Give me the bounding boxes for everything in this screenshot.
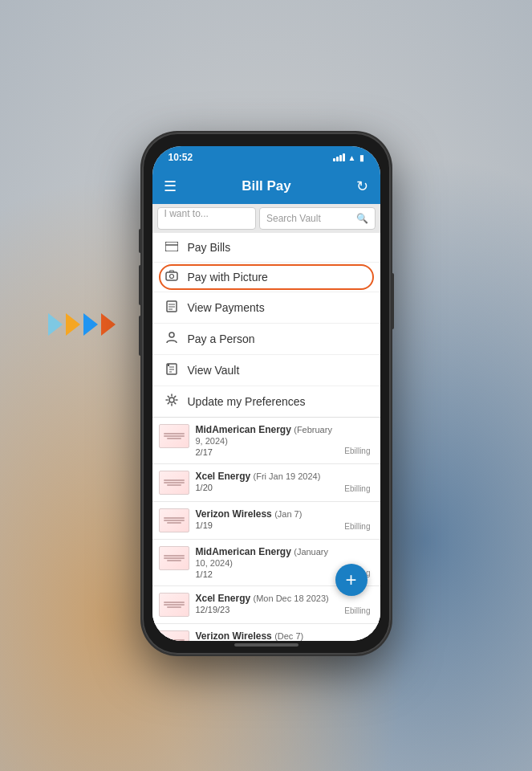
bill-name: Xcel Energy (Fri Jan 19 2024) — [196, 471, 339, 482]
phone-screen: 10:52 ▲ ▮ ☰ Bill Pay ↻ I want to... — [152, 146, 380, 641]
home-indicator — [234, 643, 298, 647]
bill-thumbnail — [159, 630, 189, 641]
wifi-icon: ▲ — [348, 153, 356, 162]
table-row[interactable]: Verizon Wireless (Jan 7) 1/19 Ebilling — [152, 502, 380, 540]
signal-bar-4 — [343, 153, 345, 161]
menu-item-pay-bills[interactable]: Pay Bills — [152, 233, 380, 263]
menu-item-view-vault[interactable]: View Vault — [152, 355, 380, 386]
bills-list: MidAmerican Energy (February 9, 2024) 2/… — [152, 418, 380, 641]
svg-rect-0 — [165, 242, 178, 251]
pay-bills-icon — [164, 240, 180, 255]
bill-ebilling-badge: Ebilling — [344, 447, 370, 455]
signal-bar-1 — [333, 158, 335, 161]
menu-label-pay-bills: Pay Bills — [188, 241, 231, 254]
bill-name: MidAmerican Energy (January 10, 2024) — [196, 546, 339, 569]
signal-bar-3 — [339, 155, 342, 161]
menu-item-update-preferences[interactable]: Update my Preferences — [152, 386, 380, 417]
refresh-button[interactable]: ↻ — [356, 177, 368, 195]
search-row: I want to... Search Vault 🔍 — [152, 204, 380, 233]
search-icon: 🔍 — [356, 213, 368, 224]
arrow-decorations — [48, 313, 116, 336]
arrow-2 — [66, 313, 80, 336]
bill-thumbnail — [159, 593, 189, 617]
bill-ebilling-badge: Ebilling — [344, 606, 370, 615]
menu-item-pay-with-picture[interactable]: Pay with Picture — [152, 263, 380, 292]
bill-ebilling-badge: Ebilling — [344, 484, 370, 493]
bill-thumbnail — [159, 471, 189, 495]
bill-info: Xcel Energy (Fri Jan 19 2024) 1/20 — [196, 471, 339, 492]
bill-info: Verizon Wireless (Jan 7) 1/19 — [196, 508, 339, 530]
table-row[interactable]: Xcel Energy (Fri Jan 19 2024) 1/20 Ebill… — [152, 464, 380, 502]
menu-label-pay-a-person: Pay a Person — [188, 332, 255, 345]
bill-info: Verizon Wireless (Dec 7) 12/17/23 — [196, 630, 339, 641]
svg-rect-2 — [166, 272, 177, 280]
volume-down-button — [139, 265, 142, 305]
arrow-4 — [101, 313, 116, 336]
menu-label-update-preferences: Update my Preferences — [188, 395, 306, 408]
bills-list-area: MidAmerican Energy (February 9, 2024) 2/… — [152, 418, 380, 641]
update-preferences-icon — [164, 394, 180, 410]
menu-item-view-payments[interactable]: View Payments — [152, 292, 380, 324]
bill-date: 1/12 — [196, 569, 339, 579]
dropdown-menu: Pay Bills Pay with Picture View Payments — [152, 233, 380, 418]
bill-date: 1/20 — [196, 483, 339, 492]
app-bar: ☰ Bill Pay ↻ — [152, 169, 380, 204]
phone-shell: 10:52 ▲ ▮ ☰ Bill Pay ↻ I want to... — [142, 133, 391, 655]
i-want-to-input[interactable]: I want to... — [157, 207, 256, 230]
menu-label-pay-with-picture: Pay with Picture — [188, 271, 268, 284]
i-want-to-label: I want to... — [164, 208, 209, 219]
arrow-1 — [48, 313, 63, 336]
volume-up-button — [139, 229, 142, 253]
menu-button[interactable]: ☰ — [164, 177, 177, 195]
battery-icon: ▮ — [359, 153, 364, 162]
bill-name: MidAmerican Energy (February 9, 2024) — [196, 424, 339, 447]
table-row[interactable]: MidAmerican Energy (February 9, 2024) 2/… — [152, 418, 380, 464]
bill-name: Verizon Wireless (Jan 7) — [196, 508, 339, 520]
signal-bar-2 — [336, 157, 339, 161]
svg-point-10 — [169, 398, 174, 402]
status-time: 10:52 — [169, 152, 193, 163]
pay-a-person-icon — [164, 331, 180, 347]
search-vault-input[interactable]: Search Vault 🔍 — [259, 207, 376, 230]
menu-label-view-vault: View Vault — [188, 364, 240, 377]
pay-with-picture-icon — [164, 270, 180, 284]
bill-ebilling-badge: Ebilling — [344, 522, 370, 531]
add-icon: + — [345, 569, 356, 591]
bill-thumbnail — [159, 546, 189, 570]
bill-date: 1/19 — [196, 520, 339, 530]
status-icons: ▲ ▮ — [333, 153, 364, 162]
bill-thumbnail — [159, 508, 189, 532]
bill-info: Xcel Energy (Mon Dec 18 2023) 12/19/23 — [196, 593, 339, 614]
search-vault-label: Search Vault — [266, 213, 321, 224]
power-button — [391, 273, 394, 329]
silent-switch — [139, 316, 142, 356]
svg-point-3 — [169, 275, 173, 279]
app-title: Bill Pay — [242, 178, 290, 194]
table-row[interactable]: Verizon Wireless (Dec 7) 12/17/23 Ebilli… — [152, 624, 380, 641]
status-bar: 10:52 ▲ ▮ — [152, 146, 380, 169]
view-vault-icon — [164, 362, 180, 378]
bill-date: 12/19/23 — [196, 605, 339, 614]
bill-info: MidAmerican Energy (January 10, 2024) 1/… — [196, 546, 339, 579]
bill-thumbnail — [159, 424, 189, 448]
bill-name: Xcel Energy (Mon Dec 18 2023) — [196, 593, 339, 604]
view-payments-icon — [164, 300, 180, 316]
signal-icon — [333, 153, 345, 161]
svg-point-8 — [169, 332, 174, 337]
arrow-3 — [83, 313, 98, 336]
bill-name: Verizon Wireless (Dec 7) — [196, 630, 339, 641]
menu-label-view-payments: View Payments — [188, 301, 265, 314]
bill-date: 2/17 — [196, 447, 339, 457]
menu-item-pay-a-person[interactable]: Pay a Person — [152, 324, 380, 355]
bill-info: MidAmerican Energy (February 9, 2024) 2/… — [196, 424, 339, 457]
add-fab-button[interactable]: + — [335, 564, 368, 596]
